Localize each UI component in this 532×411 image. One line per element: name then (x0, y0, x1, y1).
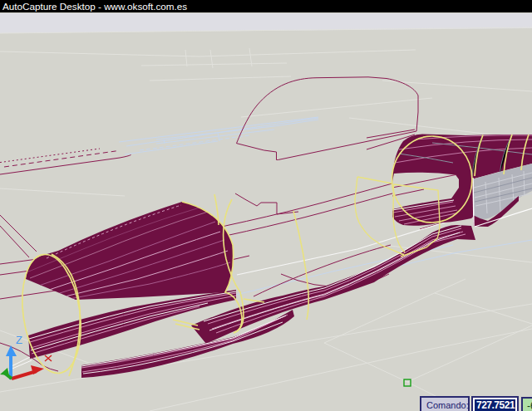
svg-text:Z: Z (16, 334, 22, 346)
